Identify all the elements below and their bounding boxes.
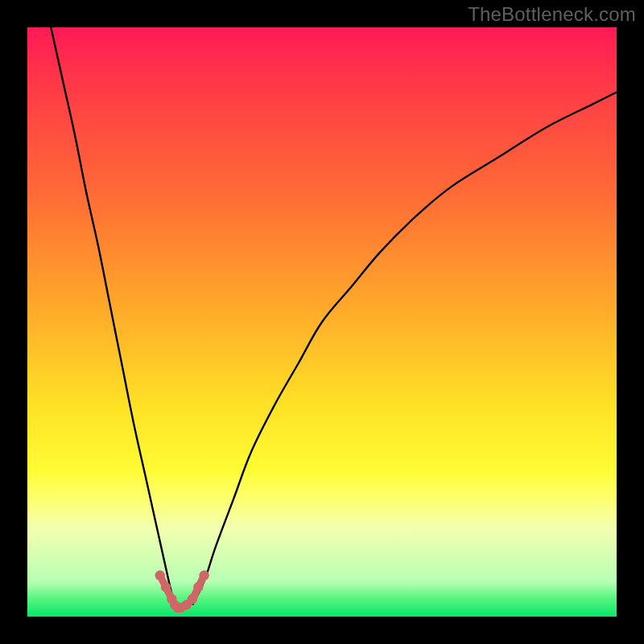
curves-layer <box>27 27 617 617</box>
valley-marker-dot <box>161 582 171 592</box>
valley-markers <box>155 571 209 613</box>
chart-frame: TheBottleneck.com <box>0 0 644 644</box>
valley-marker-dot <box>199 571 208 580</box>
valley-marker-dot <box>155 571 165 580</box>
right-bottleneck-curve <box>192 93 617 605</box>
attribution-label: TheBottleneck.com <box>468 3 636 26</box>
valley-marker-dot <box>193 582 203 592</box>
plot-area <box>27 27 617 617</box>
valley-marker-dot <box>188 594 197 604</box>
left-bottleneck-curve <box>51 27 175 605</box>
